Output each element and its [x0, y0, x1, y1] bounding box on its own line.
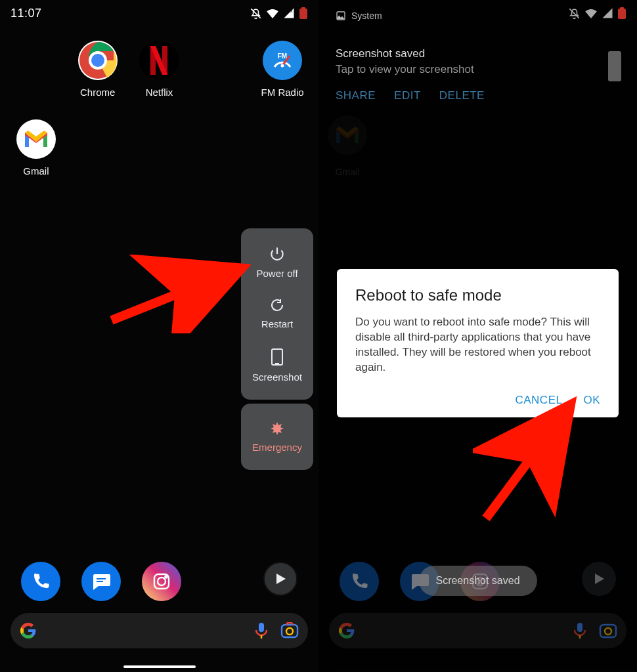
google-g-icon	[20, 622, 37, 639]
power-icon	[269, 245, 286, 262]
chrome-icon	[78, 41, 118, 80]
status-icons: x	[250, 7, 308, 20]
lens-icon[interactable]	[599, 622, 617, 639]
dnd-off-icon	[250, 7, 262, 20]
restart-icon	[269, 297, 285, 313]
notif-body: Tap to view your screenshot	[336, 63, 620, 76]
svg-rect-2	[299, 9, 307, 19]
svg-text:FM: FM	[278, 52, 287, 60]
dock-play[interactable]	[263, 562, 297, 596]
svg-rect-30	[577, 623, 582, 632]
screenshot-label: Screenshot	[252, 371, 302, 383]
power-menu-emergency-card: Emergency	[241, 404, 313, 470]
wifi-icon	[266, 8, 279, 18]
google-search-bar[interactable]	[329, 613, 626, 648]
dialog-title: Reboot to safe mode	[355, 286, 600, 304]
svg-line-13	[112, 268, 243, 320]
notif-action-delete[interactable]: DELETE	[439, 89, 485, 102]
status-bar: 11:07 x	[0, 0, 318, 26]
dock	[0, 562, 318, 601]
notification-screenshot-saved[interactable]: System Screenshot saved Tap to view your…	[325, 3, 630, 109]
notif-title: Screenshot saved	[336, 47, 620, 60]
svg-point-18	[165, 576, 167, 578]
svg-point-33	[605, 628, 611, 635]
notif-action-edit[interactable]: EDIT	[394, 89, 421, 102]
screenshot-icon	[270, 348, 284, 366]
phone-icon	[349, 572, 369, 591]
power-menu-card: Power off Restart Screenshot	[241, 228, 313, 400]
app-fmradio[interactable]: FM FM Radio	[252, 37, 313, 116]
emergency-button[interactable]: Emergency	[241, 421, 313, 453]
svg-point-17	[158, 578, 165, 585]
notif-app-name: System	[351, 10, 382, 21]
dialog-ok-button[interactable]: OK	[583, 394, 600, 407]
app-chrome[interactable]: Chrome	[67, 37, 129, 116]
svg-rect-14	[97, 578, 106, 579]
annotation-arrow	[105, 255, 263, 333]
dock-phone[interactable]	[340, 562, 379, 601]
app-label: Chrome	[80, 87, 115, 98]
nav-indicator[interactable]	[123, 665, 196, 668]
lens-icon[interactable]	[280, 622, 299, 639]
mic-icon[interactable]	[254, 622, 269, 639]
google-g-icon	[338, 622, 355, 639]
dock-instagram[interactable]	[142, 562, 181, 601]
screenshot-right: Gmail System Screenshot saved Tap to vie…	[318, 0, 637, 672]
play-icon	[273, 572, 288, 586]
home-app-grid: Chrome Netflix FM FM Radio Gmail	[0, 37, 318, 194]
app-label: Netflix	[146, 87, 173, 98]
svg-point-22	[286, 628, 293, 635]
restart-label: Restart	[261, 318, 293, 329]
restart-button[interactable]: Restart	[241, 297, 313, 329]
mic-icon[interactable]	[573, 622, 587, 639]
gmail-icon	[16, 119, 56, 159]
dialog-body: Do you want to reboot into safe mode? Th…	[355, 315, 600, 375]
svg-line-0	[251, 9, 260, 18]
notif-action-share[interactable]: SHARE	[336, 89, 376, 102]
phone-icon	[31, 572, 51, 591]
svg-rect-15	[97, 581, 103, 582]
dock-phone[interactable]	[21, 562, 60, 601]
google-search-bar[interactable]	[11, 613, 308, 648]
power-off-button[interactable]: Power off	[241, 245, 313, 279]
messages-icon	[91, 572, 112, 591]
svg-rect-19	[259, 623, 264, 632]
fmradio-icon: FM	[263, 41, 302, 80]
svg-text:x: x	[290, 9, 293, 13]
signal-no-sim-icon: x	[283, 7, 295, 19]
svg-rect-3	[301, 7, 305, 9]
app-gmail[interactable]: Gmail	[5, 116, 67, 194]
emergency-label: Emergency	[252, 442, 302, 453]
screenshot-left: 11:07 x Chrome Netflix FM FM Rad	[0, 0, 318, 672]
svg-rect-11	[272, 349, 282, 365]
power-menu: Power off Restart Screenshot Emergency	[241, 228, 313, 470]
app-label: FM Radio	[261, 87, 304, 98]
netflix-icon	[139, 41, 179, 80]
safe-mode-dialog: Reboot to safe mode Do you want to reboo…	[337, 269, 619, 417]
dock-messages[interactable]	[81, 562, 121, 601]
play-icon	[592, 572, 606, 586]
status-time: 11:07	[11, 7, 42, 20]
instagram-icon	[151, 571, 172, 592]
notif-thumbnail[interactable]	[608, 51, 621, 81]
power-off-label: Power off	[256, 268, 297, 279]
app-netflix[interactable]: Netflix	[129, 37, 190, 116]
dock-play[interactable]	[582, 562, 616, 596]
screenshot-button[interactable]: Screenshot	[241, 348, 313, 383]
image-icon	[336, 10, 346, 21]
toast-screenshot-saved: Screenshot saved	[418, 566, 537, 596]
svg-point-9	[281, 64, 284, 68]
battery-saver-icon	[299, 7, 308, 19]
dialog-cancel-button[interactable]: CANCEL	[515, 394, 562, 407]
emergency-icon	[269, 421, 285, 436]
app-label: Gmail	[23, 165, 49, 177]
